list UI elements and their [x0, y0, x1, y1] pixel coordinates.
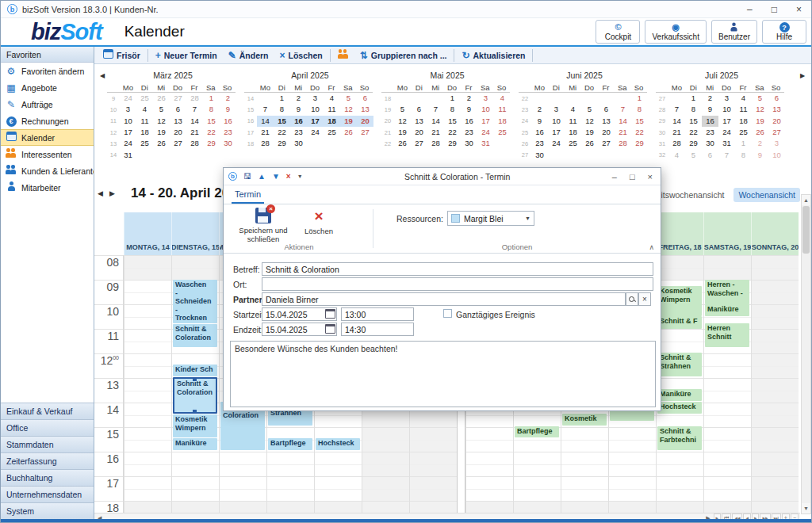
minical-day[interactable]: 21	[257, 127, 274, 138]
minical-day[interactable]: 17	[718, 116, 735, 127]
minical-day[interactable]: 5	[340, 93, 357, 104]
minical-day[interactable]: 4	[565, 104, 581, 115]
delete-button[interactable]: × Löschen	[299, 208, 339, 235]
start-time-input[interactable]	[341, 307, 414, 321]
appointment[interactable]: Schnitt &Farbtechni	[657, 426, 702, 450]
minical-day[interactable]: 16	[461, 116, 477, 127]
save-close-button[interactable]: × Speichern undschließen	[232, 208, 295, 243]
minical-day[interactable]: 29	[203, 138, 220, 149]
minical-day[interactable]: 6	[357, 93, 373, 104]
minical-day[interactable]: 27	[598, 138, 615, 149]
sidebar-section-office[interactable]: Office	[1, 419, 94, 436]
appointment[interactable]: Bartpflege	[268, 438, 312, 450]
minical-day[interactable]: 31	[477, 138, 494, 149]
toolbar-button-löschen[interactable]: ×Löschen	[274, 48, 328, 63]
day-header[interactable]: SAMSTAG, 19	[703, 212, 751, 255]
sidebar-item-mitarbeiter[interactable]: Mitarbeiter	[1, 179, 94, 196]
minical-day[interactable]: 4	[668, 150, 685, 161]
header-button-cockpit[interactable]: ©Cockpit	[596, 20, 640, 44]
minical-day[interactable]: 6	[768, 93, 785, 104]
minical-day[interactable]: 27	[170, 93, 186, 104]
dialog-maximize-icon[interactable]: □	[630, 172, 635, 181]
minical-day[interactable]: 10	[768, 150, 785, 161]
toolbar-button-gruppieren-nach-[interactable]: ⇅Gruppieren nach ...	[354, 48, 453, 63]
minical-day[interactable]: 21	[615, 127, 631, 138]
partner-clear-button[interactable]: ×	[638, 292, 651, 306]
minical-day[interactable]: 16	[290, 116, 307, 127]
minical-day[interactable]: 25	[136, 138, 153, 149]
appointment[interactable]: Kosmetik	[562, 414, 607, 426]
minical-day[interactable]: 14	[186, 116, 203, 127]
minical-day[interactable]: 28	[257, 138, 274, 149]
minical-day[interactable]: 29	[274, 138, 290, 149]
minical-day[interactable]: 29	[444, 138, 461, 149]
minical-day[interactable]: 18	[735, 116, 752, 127]
minical-day[interactable]: 24	[477, 127, 494, 138]
minical-day[interactable]: 17	[548, 127, 565, 138]
minical-day[interactable]: 16	[702, 116, 718, 127]
minical-day[interactable]: 25	[565, 138, 581, 149]
appointment[interactable]: Hochsteck	[657, 402, 702, 414]
minical-day[interactable]: 25	[494, 127, 511, 138]
dialog-close-icon[interactable]: ×	[648, 172, 653, 181]
sidebar-section-unternehmensdaten[interactable]: Unternehmensdaten	[1, 486, 94, 502]
minical-day[interactable]: 22	[203, 127, 220, 138]
minical-day[interactable]: 16	[531, 127, 548, 138]
minical-day[interactable]: 20	[411, 127, 427, 138]
minical-day[interactable]: 27	[170, 138, 186, 149]
minical-day[interactable]: 1	[274, 93, 290, 104]
minical-day[interactable]: 6	[170, 104, 186, 115]
minical-day[interactable]: 3	[120, 104, 136, 115]
minical-day[interactable]: 18	[565, 127, 581, 138]
sidebar-item-favoriten-ändern[interactable]: ⚙Favoriten ändern	[1, 63, 94, 79]
minical-day[interactable]: 17	[307, 116, 324, 127]
minical-day[interactable]: 17	[477, 116, 494, 127]
minical-day[interactable]: 19	[752, 116, 768, 127]
save-icon[interactable]: 🖫	[243, 168, 251, 185]
minical-day[interactable]: 21	[427, 127, 444, 138]
minical-day[interactable]: 16	[220, 116, 236, 127]
minical-day[interactable]: 8	[203, 104, 220, 115]
sidebar-item-interessenten[interactable]: Interessenten	[1, 146, 94, 162]
minical-day[interactable]: 22	[685, 127, 702, 138]
minical-day[interactable]: 13	[598, 116, 615, 127]
sidebar-section-einkauf-verkauf[interactable]: Einkauf & Verkauf	[1, 403, 94, 419]
minical-day[interactable]: 3	[768, 138, 785, 149]
minical-day[interactable]: 12	[752, 104, 768, 115]
up-arrow-icon[interactable]: ▲	[258, 168, 266, 185]
minical-day[interactable]: 4	[136, 104, 153, 115]
minical-day[interactable]: 12	[394, 116, 411, 127]
minical-day[interactable]: 9	[702, 104, 718, 115]
minical-day[interactable]: 10	[548, 116, 565, 127]
scroll-up-icon[interactable]: ▲	[802, 195, 810, 205]
scroll-down-icon[interactable]: ▼	[802, 503, 810, 513]
minical-day[interactable]: 11	[494, 104, 511, 115]
toolbar-button-aktualisieren[interactable]: ↻Aktualisieren	[456, 48, 530, 63]
minical-day[interactable]: 3	[307, 93, 324, 104]
minical-day[interactable]: 26	[752, 127, 768, 138]
next-week-arrow-icon[interactable]: ▶	[109, 189, 121, 197]
resize-handle-top[interactable]	[193, 378, 197, 381]
minical-day[interactable]: 8	[685, 104, 702, 115]
minical-day[interactable]: 25	[136, 93, 153, 104]
partner-search-button[interactable]	[626, 292, 638, 306]
appointment[interactable]: HerrenSchnitt	[705, 323, 749, 347]
minical-day[interactable]: 23	[461, 127, 477, 138]
collapse-ribbon-icon[interactable]: ∧	[649, 243, 654, 251]
minical-day[interactable]: 1	[444, 93, 461, 104]
minical-day[interactable]: 23	[220, 127, 236, 138]
sidebar-section-system[interactable]: System	[1, 502, 94, 519]
vertical-scrollbar[interactable]: ▲▼	[801, 194, 811, 514]
minical-day[interactable]: 2	[461, 93, 477, 104]
appointment[interactable]: Herren -Waschen -	[705, 280, 749, 304]
minical-day[interactable]: 30	[702, 138, 718, 149]
minical-day[interactable]: 11	[735, 104, 752, 115]
minical-day[interactable]: 14	[427, 116, 444, 127]
minical-day[interactable]: 13	[357, 104, 373, 115]
day-header[interactable]: SONNTAG, 20	[751, 212, 799, 255]
appointment[interactable]: Kinder Sch	[173, 365, 217, 376]
minical-day[interactable]: 26	[581, 138, 598, 149]
minical-day[interactable]: 30	[290, 138, 307, 149]
notes-textarea[interactable]: Besondere Wünsche des Kunden beachten!	[230, 341, 656, 407]
minical-day[interactable]: 14	[615, 116, 631, 127]
